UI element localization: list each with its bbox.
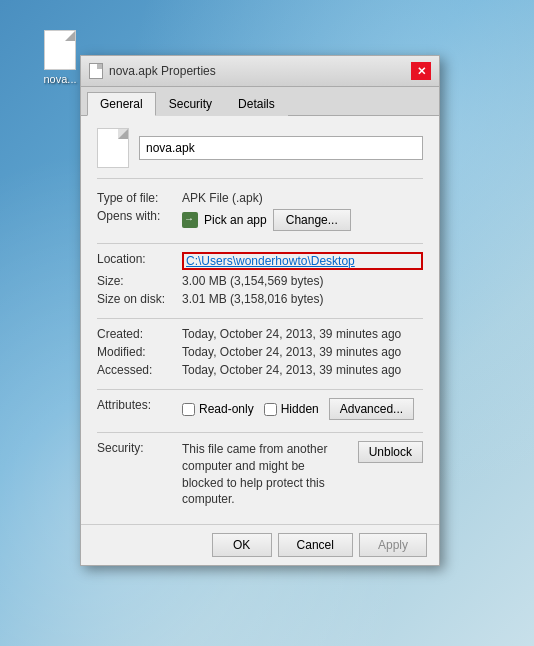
readonly-label: Read-only (199, 402, 254, 416)
file-header (97, 128, 423, 179)
readonly-checkbox[interactable] (182, 403, 195, 416)
file-icon-large (97, 128, 129, 168)
modified-value: Today, October 24, 2013, 39 minutes ago (182, 345, 423, 359)
security-row-wrapper: Security: This file came from another co… (97, 441, 423, 508)
tab-security[interactable]: Security (156, 92, 225, 116)
tab-general[interactable]: General (87, 92, 156, 116)
dates-section: Created: Today, October 24, 2013, 39 min… (97, 327, 423, 390)
accessed-value: Today, October 24, 2013, 39 minutes ago (182, 363, 423, 377)
modified-label: Modified: (97, 345, 182, 359)
unblock-button[interactable]: Unblock (358, 441, 423, 463)
opens-with-row: Opens with: Pick an app Change... (97, 209, 423, 231)
size-label: Size: (97, 274, 182, 288)
size-row: Size: 3.00 MB (3,154,569 bytes) (97, 274, 423, 288)
readonly-checkbox-item: Read-only (182, 402, 254, 416)
hidden-label: Hidden (281, 402, 319, 416)
attributes-content: Read-only Hidden Advanced... (182, 398, 414, 420)
hidden-checkbox-item: Hidden (264, 402, 319, 416)
cancel-button[interactable]: Cancel (278, 533, 353, 557)
created-row: Created: Today, October 24, 2013, 39 min… (97, 327, 423, 341)
type-value: APK File (.apk) (182, 191, 423, 205)
attributes-row-wrapper: Attributes: Read-only Hidden Advanced... (97, 398, 423, 420)
change-button[interactable]: Change... (273, 209, 351, 231)
opens-with-content: Pick an app Change... (182, 209, 351, 231)
title-bar: nova.apk Properties ✕ (81, 56, 439, 87)
type-row: Type of file: APK File (.apk) (97, 191, 423, 205)
dialog-title: nova.apk Properties (109, 64, 216, 78)
apply-button[interactable]: Apply (359, 533, 427, 557)
dialog-content: Type of file: APK File (.apk) Opens with… (81, 116, 439, 524)
title-bar-file-icon (89, 63, 103, 79)
title-bar-left: nova.apk Properties (89, 63, 216, 79)
tab-details[interactable]: Details (225, 92, 288, 116)
desktop-icon-label: nova... (43, 73, 76, 85)
close-button[interactable]: ✕ (411, 62, 431, 80)
hidden-checkbox[interactable] (264, 403, 277, 416)
security-text: This file came from another computer and… (182, 441, 348, 508)
size-disk-row: Size on disk: 3.01 MB (3,158,016 bytes) (97, 292, 423, 306)
modified-row: Modified: Today, October 24, 2013, 39 mi… (97, 345, 423, 359)
bottom-bar: OK Cancel Apply (81, 524, 439, 565)
properties-dialog: nova.apk Properties ✕ General Security D… (80, 55, 440, 566)
tab-bar: General Security Details (81, 87, 439, 116)
opens-value: Pick an app (204, 213, 267, 227)
type-label: Type of file: (97, 191, 182, 205)
file-name-input[interactable] (139, 136, 423, 160)
created-value: Today, October 24, 2013, 39 minutes ago (182, 327, 423, 341)
accessed-row: Accessed: Today, October 24, 2013, 39 mi… (97, 363, 423, 377)
size-disk-value: 3.01 MB (3,158,016 bytes) (182, 292, 423, 306)
size-disk-label: Size on disk: (97, 292, 182, 306)
app-icon (182, 212, 198, 228)
attributes-section: Attributes: Read-only Hidden Advanced... (97, 398, 423, 433)
opens-label: Opens with: (97, 209, 182, 223)
location-value[interactable]: C:\Users\wonderhowto\Desktop (182, 252, 423, 270)
location-row: Location: C:\Users\wonderhowto\Desktop (97, 252, 423, 270)
desktop-file-icon (44, 30, 76, 70)
created-label: Created: (97, 327, 182, 341)
ok-button[interactable]: OK (212, 533, 272, 557)
location-section: Location: C:\Users\wonderhowto\Desktop S… (97, 252, 423, 319)
accessed-label: Accessed: (97, 363, 182, 377)
type-section: Type of file: APK File (.apk) Opens with… (97, 191, 423, 244)
attributes-label: Attributes: (97, 398, 182, 412)
advanced-button[interactable]: Advanced... (329, 398, 414, 420)
security-content: This file came from another computer and… (182, 441, 423, 508)
size-value: 3.00 MB (3,154,569 bytes) (182, 274, 423, 288)
security-label: Security: (97, 441, 182, 455)
location-label: Location: (97, 252, 182, 266)
